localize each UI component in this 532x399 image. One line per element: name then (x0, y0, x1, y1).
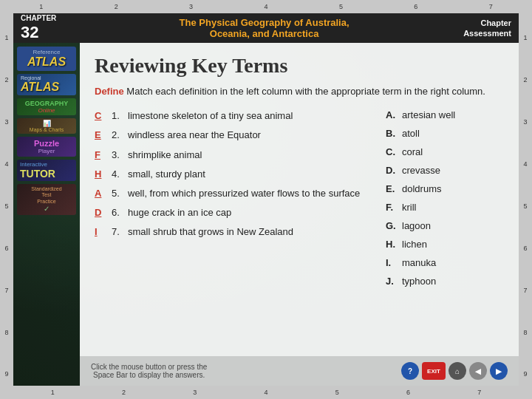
term-d: crevasse (402, 165, 440, 176)
page-content: Reviewing Key Terms Define Match each de… (80, 43, 519, 386)
page-title: Reviewing Key Terms (95, 54, 504, 78)
nav-buttons: ? EXIT ⌂ ◀ ▶ (401, 362, 508, 380)
question-row: D 6. huge crack in an ice cap (95, 206, 371, 219)
help-button[interactable]: ? (401, 362, 419, 380)
q-text-6: huge crack in an ice cap (128, 206, 371, 219)
term-g: lagoon (402, 220, 431, 231)
maps-charts-label: Maps & Charts (20, 127, 73, 132)
question-row: C 1. limestone skeleton of a tiny sea an… (95, 109, 371, 123)
top-ruler: 1 2 3 4 5 6 7 (0, 0, 532, 13)
q-text-1: limestone skeleton of a tiny sea animal (128, 109, 371, 123)
right-letter-i: I. (386, 257, 402, 268)
standardized-text: StandardizedTestPractice (20, 186, 73, 205)
q-number-7: 7. (112, 225, 128, 239)
question-row: A 5. well, from which pressurized water … (95, 187, 371, 200)
click-instruction-text: Click the mouse button or press the Spac… (91, 363, 207, 379)
prev-button[interactable]: ◀ (469, 362, 487, 380)
question-row: I 7. small shrub that grows in New Zeala… (95, 225, 371, 239)
footer-bar: Click the mouse button or press the Spac… (80, 356, 519, 386)
answer-1: C (95, 109, 109, 123)
answer-item-f: F. krill (386, 202, 504, 213)
questions-column: C 1. limestone skeleton of a tiny sea an… (95, 109, 371, 294)
click-instruction: Click the mouse button or press the Spac… (91, 363, 207, 379)
header-bar: CHAPTER 32 The Physical Geography of Aus… (13, 13, 519, 43)
reference-label: Reference (19, 49, 74, 55)
question-row: F 3. shrimplike animal (95, 149, 371, 162)
right-letter-e: E. (386, 183, 402, 194)
term-e: doldrums (402, 183, 441, 194)
term-f: krill (402, 202, 417, 213)
online-text: Online (20, 107, 73, 114)
right-letter-h: H. (386, 239, 402, 250)
term-a: artesian well (402, 109, 455, 120)
answer-item-b: B. atoll (386, 128, 504, 139)
question-row: E 2. windless area near the Equator (95, 129, 371, 142)
q-number-1: 1. (112, 109, 128, 123)
q-number-5: 5. (112, 187, 128, 200)
answer-item-d: D. crevasse (386, 165, 504, 176)
puzzle-text: Puzzle (20, 139, 73, 148)
q-text-7: small shrub that grows in New Zealand (128, 225, 371, 239)
interactive-text: Interactive (20, 161, 73, 168)
sidebar-item-tutor[interactable]: Interactive TUTOR (17, 160, 76, 181)
two-columns-layout: C 1. limestone skeleton of a tiny sea an… (95, 109, 504, 294)
check-icon: ✓ (20, 205, 73, 213)
question-row: H 4. small, sturdy plant (95, 168, 371, 181)
atlas2-text: ATLAS (21, 81, 72, 94)
ruler-numbers-top: 1 2 3 4 5 6 7 (0, 3, 532, 10)
right-letter-c: C. (386, 146, 402, 157)
answer-item-i: I. manuka (386, 257, 504, 268)
q-number-6: 6. (112, 206, 128, 219)
player-text: Player (20, 148, 73, 154)
q-number-2: 2. (112, 129, 128, 142)
term-b: atoll (402, 128, 420, 139)
sidebar-item-maps-charts[interactable]: 📊 Maps & Charts (17, 118, 76, 134)
atlas1-sub: Regional (21, 75, 72, 81)
answer-5: A (95, 187, 109, 200)
right-letter-j: J. (386, 276, 402, 287)
answer-2: E (95, 129, 109, 142)
exit-button[interactable]: EXIT (422, 362, 446, 380)
sidebar-item-regional-atlas[interactable]: Regional ATLAS (17, 74, 76, 95)
q-text-2: windless area near the Equator (128, 129, 371, 142)
right-letter-d: D. (386, 165, 402, 176)
answer-item-h: H. lichen (386, 239, 504, 250)
answer-item-e: E. doldrums (386, 183, 504, 194)
define-label: Define (95, 86, 124, 97)
sidebar: Reference ATLAS Regional ATLAS GEOGRAPHY… (13, 43, 80, 386)
chapter-number: 32 (21, 23, 56, 42)
atlas1-text: ATLAS (19, 55, 74, 69)
sidebar-item-geography[interactable]: GEOGRAPHY Online (17, 98, 76, 115)
main-layout: CHAPTER 32 The Physical Geography of Aus… (13, 13, 519, 386)
right-letter-f: F. (386, 202, 402, 213)
term-j: typhoon (402, 276, 436, 287)
answer-3: F (95, 149, 109, 162)
right-ruler: 1 2 3 4 5 6 7 8 9 (519, 13, 532, 399)
sidebar-item-puzzle[interactable]: Puzzle Player (17, 137, 76, 157)
answer-item-g: G. lagoon (386, 220, 504, 231)
home-button[interactable]: ⌂ (449, 362, 466, 380)
q-number-3: 3. (112, 149, 128, 162)
left-ruler: 1 2 3 4 5 6 7 8 9 (0, 13, 13, 399)
sidebar-item-reference[interactable]: Reference ATLAS (17, 47, 76, 71)
term-c: coral (402, 146, 423, 157)
term-h: lichen (402, 239, 427, 250)
answer-item-a: A. artesian well (386, 109, 504, 120)
q-text-5: well, from which pressurized water flows… (128, 187, 371, 200)
sidebar-item-standardized[interactable]: StandardizedTestPractice ✓ (17, 184, 76, 215)
q-text-3: shrimplike animal (128, 149, 371, 162)
bottom-ruler: 1 2 3 4 5 6 7 (13, 386, 519, 399)
answer-6: D (95, 206, 109, 219)
answer-4: H (95, 168, 109, 181)
answer-item-c: C. coral (386, 146, 504, 157)
q-number-4: 4. (112, 168, 128, 181)
next-button[interactable]: ▶ (490, 362, 508, 380)
chapter-icon: 📊 (20, 120, 73, 127)
right-letter-g: G. (386, 220, 402, 231)
answer-item-j: J. typhoon (386, 276, 504, 287)
instruction-text: Define Match each definition in the left… (95, 85, 504, 98)
tutor-text: TUTOR (20, 168, 73, 180)
answer-7: I (95, 225, 109, 239)
chapter-assessment: Chapter Assessment (463, 18, 511, 39)
ruler-numbers-bottom: 1 2 3 4 5 6 7 (13, 389, 519, 396)
